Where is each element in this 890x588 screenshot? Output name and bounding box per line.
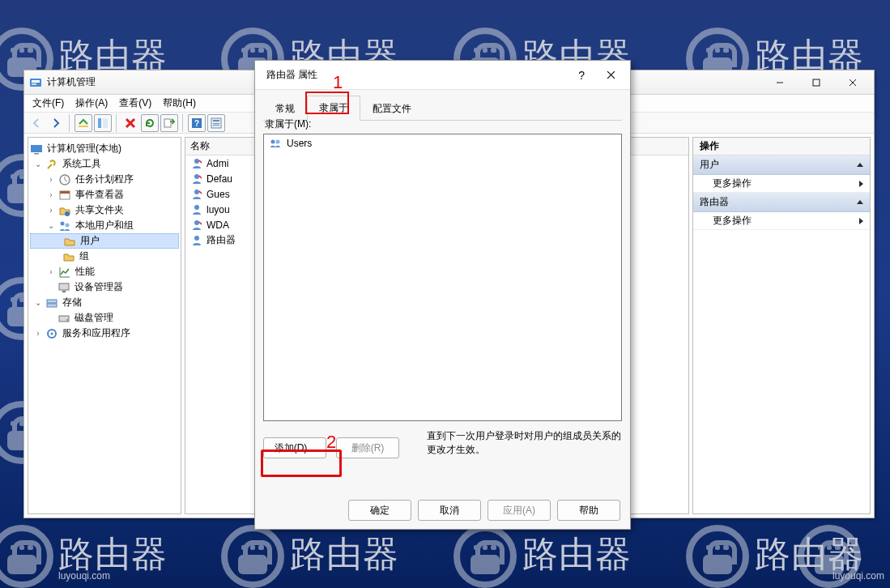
computer-icon [30, 143, 43, 156]
tree-shared-folders[interactable]: 共享文件夹 [74, 203, 126, 217]
chevron-right-icon [859, 181, 863, 187]
svg-rect-30 [47, 304, 57, 307]
svg-rect-17 [213, 123, 219, 124]
properties-dialog: 路由器 属性 ? 常规 隶属于 配置文件 隶属于(M): Users 直到下一次… [254, 60, 631, 530]
apply-button[interactable]: 应用(A) [488, 500, 551, 521]
cancel-button[interactable]: 取消 [418, 500, 481, 521]
dialog-title: 路由器 属性 [260, 68, 568, 82]
actions-more-users[interactable]: 更多操作 [693, 175, 870, 193]
svg-rect-4 [813, 79, 820, 86]
expand-icon[interactable]: › [46, 206, 56, 215]
menu-view[interactable]: 查看(V) [114, 95, 156, 112]
svg-rect-9 [103, 118, 108, 128]
folder-icon [63, 235, 76, 248]
minimize-button[interactable] [761, 70, 798, 94]
svg-point-26 [66, 223, 70, 227]
tree-disk-management[interactable]: 磁盘管理 [73, 311, 115, 325]
user-icon [190, 219, 203, 232]
tree-system-tools[interactable]: 系统工具 [61, 157, 103, 171]
tree-performance[interactable]: 性能 [74, 265, 96, 279]
svg-text:?: ? [194, 119, 199, 128]
watermark-text: 路由器 [522, 530, 632, 578]
svg-rect-2 [32, 83, 36, 85]
remove-button[interactable]: 删除(R) [336, 437, 399, 458]
actions-header: 操作 [693, 138, 870, 156]
actions-section-router[interactable]: 路由器 [693, 193, 870, 212]
collapse-icon [857, 163, 863, 167]
member-of-label: 隶属于(M): [265, 117, 620, 131]
back-icon[interactable] [28, 114, 45, 132]
tree-device-manager[interactable]: 设备管理器 [73, 280, 125, 294]
delete-icon[interactable] [121, 114, 139, 132]
tools-icon [45, 158, 58, 171]
expand-icon[interactable]: › [46, 175, 56, 184]
event-icon [58, 189, 71, 202]
tree-root[interactable]: 计算机管理(本地) [45, 142, 123, 156]
collapse-icon[interactable]: ⌄ [46, 221, 56, 230]
svg-rect-19 [31, 145, 42, 152]
users-groups-icon [58, 219, 71, 232]
refresh-icon[interactable] [141, 114, 159, 132]
device-manager-icon [57, 281, 70, 294]
user-icon [190, 203, 203, 216]
expand-icon[interactable]: › [46, 267, 56, 276]
svg-point-38 [194, 205, 199, 210]
export-icon[interactable] [160, 114, 178, 132]
svg-rect-18 [213, 125, 219, 126]
clock-icon [58, 173, 71, 186]
collapse-icon[interactable]: ⌄ [33, 160, 43, 168]
properties-icon[interactable] [207, 114, 225, 132]
tree-event-viewer[interactable]: 事件查看器 [74, 188, 126, 202]
tree-groups[interactable]: 组 [78, 249, 91, 263]
tree-storage[interactable]: 存储 [61, 296, 83, 309]
member-of-listbox[interactable]: Users [263, 134, 622, 421]
actions-pane: 操作 用户 更多操作 路由器 更多操作 [692, 137, 871, 514]
ok-button[interactable]: 确定 [348, 500, 411, 521]
expand-icon[interactable]: › [33, 329, 43, 338]
svg-rect-16 [213, 120, 219, 121]
svg-rect-8 [98, 118, 101, 128]
user-icon [190, 188, 203, 201]
collapse-icon[interactable]: ⌄ [33, 298, 43, 307]
help-button[interactable]: ? [568, 69, 594, 82]
membership-note: 直到下一次用户登录时对用户的组成员关系的更改才生效。 [427, 429, 622, 457]
close-button[interactable] [834, 70, 871, 94]
menu-file[interactable]: 文件(F) [28, 95, 69, 112]
svg-point-40 [194, 236, 199, 241]
tree-services[interactable]: 服务和应用程序 [61, 326, 132, 340]
tree-local-users[interactable]: 本地用户和组 [74, 219, 135, 232]
user-icon [190, 234, 203, 247]
help-button[interactable]: 帮助 [557, 500, 620, 521]
forward-icon[interactable] [47, 114, 65, 132]
add-button[interactable]: 添加(D)... [263, 437, 326, 458]
watermark-text: 路由器 [290, 530, 399, 578]
actions-section-users[interactable]: 用户 [693, 156, 870, 175]
svg-rect-7 [79, 126, 88, 127]
svg-rect-29 [47, 300, 57, 303]
dialog-titlebar[interactable]: 路由器 属性 ? [255, 61, 630, 90]
close-button[interactable] [594, 70, 627, 79]
svg-rect-1 [32, 80, 40, 83]
list-item[interactable]: Users [266, 136, 620, 151]
maximize-button[interactable] [798, 70, 834, 94]
up-icon[interactable] [75, 114, 92, 132]
shared-folder-icon [58, 204, 71, 217]
disk-icon [57, 312, 70, 325]
help-icon[interactable]: ? [188, 114, 206, 132]
actions-more-router[interactable]: 更多操作 [693, 212, 870, 230]
expand-icon[interactable]: › [46, 190, 56, 199]
tree-users[interactable]: 用户 [79, 234, 101, 248]
navigation-tree[interactable]: 计算机管理(本地) ⌄系统工具 ›任务计划程序 ›事件查看器 ›共享文件夹 ⌄本… [28, 137, 181, 514]
svg-rect-27 [59, 283, 69, 290]
tree-task-scheduler[interactable]: 任务计划程序 [74, 173, 135, 186]
show-hide-tree-icon[interactable] [94, 114, 112, 132]
svg-rect-20 [34, 153, 39, 155]
svg-point-24 [65, 211, 70, 216]
menu-action[interactable]: 操作(A) [70, 95, 113, 112]
svg-point-39 [194, 220, 199, 225]
chevron-right-icon [859, 218, 863, 224]
storage-icon [45, 296, 58, 309]
watermark-sub: luyouqi.com [833, 570, 884, 582]
services-icon [45, 327, 58, 340]
menu-help[interactable]: 帮助(H) [158, 95, 201, 112]
